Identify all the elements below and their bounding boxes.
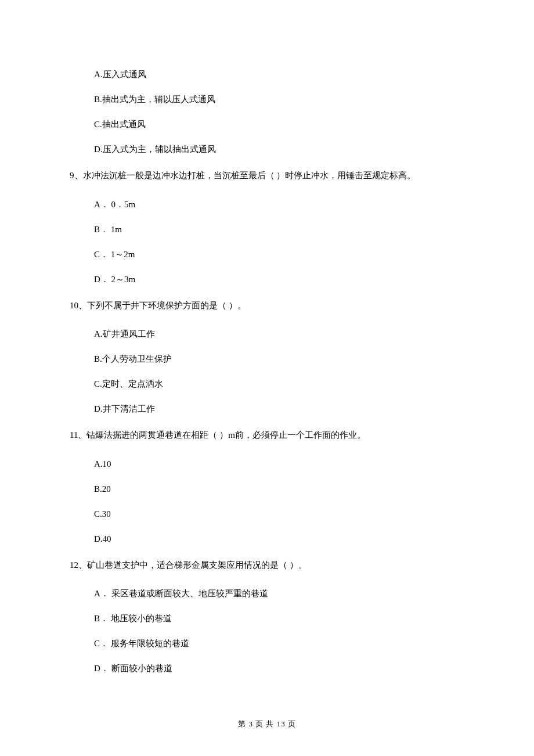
question-10: 10、下列不属于井下环境保护方面的是（ ）。 [70,298,464,314]
q12-option-c: C． 服务年限较短的巷道 [94,638,464,650]
q12-option-b: B． 地压较小的巷道 [94,613,464,625]
option-c: C.抽出式通风 [94,118,464,131]
question-9: 9、水冲法沉桩一般是边冲水边打桩，当沉桩至最后（ ）时停止冲水，用锤击至规定标高… [70,168,464,183]
option-a: A.压入式通风 [94,69,464,81]
option-b: B.抽出式为主，辅以压人式通风 [94,93,464,106]
q10-option-b: B.个人劳动卫生保护 [94,353,464,365]
q9-option-d: D． 2～3m [94,273,464,286]
q10-option-a: A.矿井通风工作 [94,328,464,340]
q9-option-c: C． 1～2m [94,249,464,261]
q12-option-a: A． 采区巷道或断面较大、地压较严重的巷道 [94,588,464,600]
q9-option-a: A． 0．5m [94,199,464,211]
q10-option-d: D.井下清洁工作 [94,403,464,415]
q11-option-b: B.20 [94,483,464,495]
page-content: A.压入式通风 B.抽出式为主，辅以压人式通风 C.抽出式通风 D.压入式为主，… [0,0,534,675]
q11-option-c: C.30 [94,508,464,520]
page-footer: 第 3 页 共 13 页 [0,719,534,729]
question-12: 12、矿山巷道支护中，适合梯形金属支架应用情况的是（ ）。 [70,558,464,573]
q9-option-b: B． 1m [94,224,464,236]
q10-option-c: C.定时、定点洒水 [94,378,464,390]
q11-option-a: A.10 [94,458,464,470]
q11-option-d: D.40 [94,533,464,545]
q12-option-d: D． 断面较小的巷道 [94,663,464,675]
question-11: 11、钻爆法掘进的两贯通巷道在相距（ ）m前，必须停止一个工作面的作业。 [70,428,464,443]
option-d: D.压入式为主，辅以抽出式通风 [94,143,464,156]
